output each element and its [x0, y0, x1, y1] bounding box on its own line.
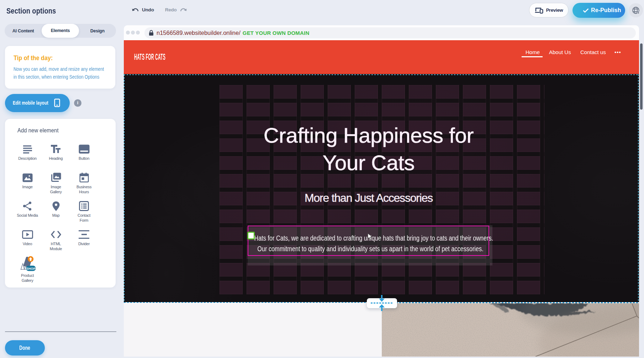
svg-text:SHOP: SHOP	[26, 267, 36, 270]
